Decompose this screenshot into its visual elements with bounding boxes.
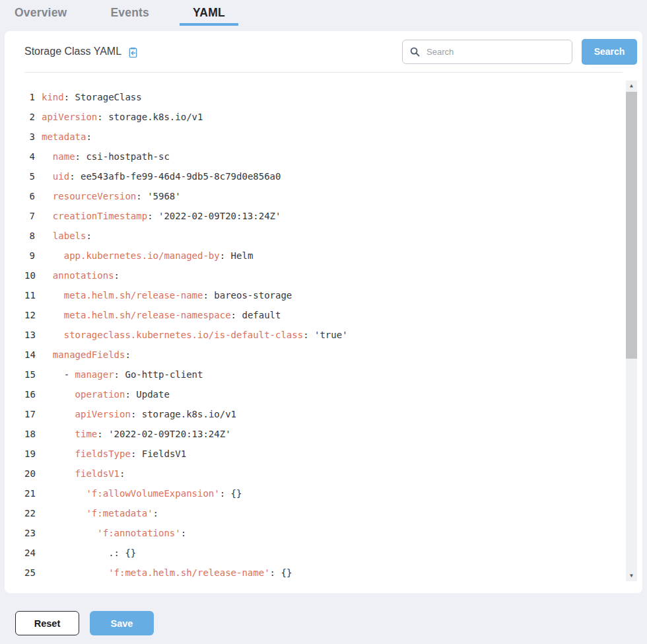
- code-line: 8 labels:: [24, 226, 623, 246]
- search-button[interactable]: Search: [582, 39, 637, 65]
- scrollbar-thumb[interactable]: [626, 92, 637, 359]
- code-line: 22 'f:metadata':: [24, 503, 623, 523]
- code-line: 2apiVersion: storage.k8s.io/v1: [24, 107, 623, 127]
- code-line: 12 meta.helm.sh/release-namespace: defau…: [24, 305, 623, 325]
- search-box: [402, 40, 572, 64]
- page-title: Storage Class YAML: [24, 46, 121, 57]
- code-line: 5 uid: ee543afb-fe99-46d4-9db5-8c79d0e85…: [24, 166, 623, 186]
- search-input[interactable]: [426, 47, 565, 57]
- line-number: 13: [24, 325, 42, 345]
- code-line: 17 apiVersion: storage.k8s.io/v1: [24, 404, 623, 424]
- line-number: 15: [24, 365, 42, 384]
- line-number: 3: [24, 127, 42, 147]
- line-number: 14: [24, 345, 42, 365]
- tab-events[interactable]: Events: [97, 2, 162, 26]
- code-line: 18 time: '2022-02-09T20:13:24Z': [24, 424, 623, 444]
- code-line: 6 resourceVersion: '5968': [24, 186, 623, 206]
- code-line: 4 name: csi-hostpath-sc: [24, 147, 623, 166]
- code-line: 10 annotations:: [24, 266, 623, 285]
- scrollbar-down-arrow-icon[interactable]: ▼: [626, 571, 637, 581]
- code-line: 25 'f:meta.helm.sh/release-name': {}: [24, 563, 623, 583]
- code-line: 11 meta.helm.sh/release-name: bareos-sto…: [24, 285, 623, 305]
- line-number: 6: [24, 186, 42, 206]
- line-number: 20: [24, 464, 42, 483]
- yaml-editor[interactable]: 1kind: StorageClass2apiVersion: storage.…: [5, 78, 642, 590]
- line-number: 1: [24, 87, 42, 107]
- line-number: 17: [24, 404, 42, 424]
- tab-bar: Overview Events YAML: [0, 0, 647, 31]
- code-line: 14 managedFields:: [24, 345, 623, 365]
- code-lines: 1kind: StorageClass2apiVersion: storage.…: [24, 87, 623, 583]
- line-number: 10: [24, 266, 42, 285]
- code-line: 19 fieldsType: FieldsV1: [24, 444, 623, 464]
- line-number: 11: [24, 285, 42, 305]
- reset-button[interactable]: Reset: [15, 611, 79, 635]
- line-number: 19: [24, 444, 42, 464]
- code-line: 9 app.kubernetes.io/managed-by: Helm: [24, 246, 623, 266]
- line-number: 9: [24, 246, 42, 266]
- code-line: 24 .: {}: [24, 543, 623, 563]
- code-line: 23 'f:annotations':: [24, 523, 623, 543]
- scrollbar-up-arrow-icon[interactable]: ▲: [626, 81, 637, 91]
- line-number: 7: [24, 206, 42, 226]
- header-divider: [24, 72, 623, 73]
- panel-header: Storage Class YAML Search: [5, 31, 642, 72]
- code-line: 15 - manager: Go-http-client: [24, 365, 623, 384]
- yaml-panel: Storage Class YAML Search: [5, 31, 642, 593]
- line-number: 4: [24, 147, 42, 166]
- code-line: 20 fieldsV1:: [24, 464, 623, 483]
- line-number: 2: [24, 107, 42, 127]
- code-line: 13 storageclass.kubernetes.io/is-default…: [24, 325, 623, 345]
- line-number: 5: [24, 166, 42, 186]
- line-number: 21: [24, 483, 42, 503]
- line-number: 22: [24, 503, 42, 523]
- editor-scrollbar[interactable]: ▲ ▼: [626, 81, 637, 581]
- code-line: 16 operation: Update: [24, 384, 623, 404]
- line-number: 18: [24, 424, 42, 444]
- line-number: 8: [24, 226, 42, 246]
- line-number: 24: [24, 543, 42, 563]
- tab-yaml[interactable]: YAML: [180, 2, 238, 26]
- code-line: 3metadata:: [24, 127, 623, 147]
- line-number: 16: [24, 384, 42, 404]
- line-number: 12: [24, 305, 42, 325]
- code-line: 21 'f:allowVolumeExpansion': {}: [24, 483, 623, 503]
- save-button[interactable]: Save: [90, 611, 154, 635]
- line-number: 25: [24, 563, 42, 583]
- code-line: 1kind: StorageClass: [24, 87, 623, 107]
- line-number: 23: [24, 523, 42, 543]
- clipboard-paste-icon[interactable]: [127, 46, 139, 59]
- code-line: 7 creationTimestamp: '2022-02-09T20:13:2…: [24, 206, 623, 226]
- tab-overview[interactable]: Overview: [1, 2, 80, 26]
- footer: Reset Save: [0, 596, 647, 644]
- search-icon: [409, 46, 421, 57]
